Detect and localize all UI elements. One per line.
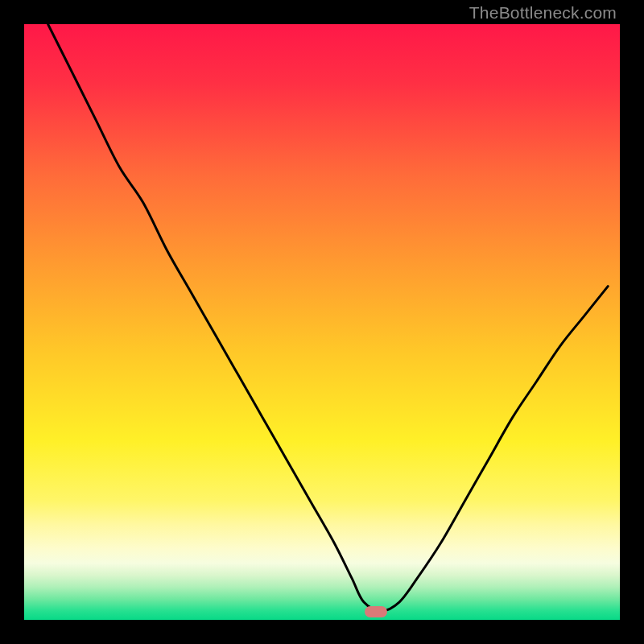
plot-area bbox=[24, 24, 620, 620]
optimum-marker bbox=[365, 606, 387, 617]
watermark-text: TheBottleneck.com bbox=[469, 3, 617, 23]
chart-frame: TheBottleneck.com bbox=[0, 0, 644, 644]
bottleneck-curve bbox=[24, 24, 620, 620]
